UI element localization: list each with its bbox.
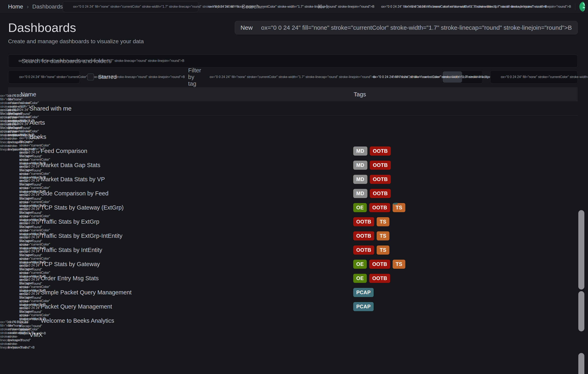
tag-PCAP[interactable]: PCAP [353, 288, 374, 297]
tag-OOTB[interactable]: OOTB [369, 274, 390, 283]
tag-OOTB[interactable]: OOTB [369, 203, 390, 212]
breadcrumb-current: Dashboards [32, 3, 63, 10]
tag-OE[interactable]: OE [353, 274, 367, 283]
row-label[interactable]: Traffic Stats by ExtGrp-IntEntity [41, 232, 123, 239]
sort-select[interactable]: ox="0 0 24 24" fill="none" stroke="curre… [490, 70, 578, 84]
scrollbar-thumb[interactable] [578, 210, 584, 289]
tag-TS[interactable]: TS [377, 217, 389, 226]
dashboard-row[interactable]: ox="0 0 24 24" fill="none" stroke="curre… [8, 200, 578, 215]
scrollbar-thumb[interactable] [578, 353, 584, 374]
dashboard-row[interactable]: ox="0 0 24 24" fill="none" stroke="curre… [8, 243, 578, 257]
row-tags: OEOOTBTS [353, 260, 408, 269]
dashboard-row[interactable]: ox="0 0 24 24" fill="none" stroke="curre… [8, 158, 578, 172]
folder-row[interactable]: ox="0 0 24 24" fill="none" stroke="curre… [8, 101, 578, 116]
dashboard-row[interactable]: ox="0 0 24 24" fill="none" stroke="curre… [8, 229, 578, 243]
row-label[interactable]: TCP Stats by Gateway (ExtGrp) [41, 204, 124, 211]
dashboards-page: Dashboards New ox="0 0 24 24" fill="none… [0, 20, 588, 342]
row-tags: MDOOTB [353, 175, 393, 184]
row-label[interactable]: Packet Query Management [41, 303, 112, 310]
dashboard-row[interactable]: ox="0 0 24 24" fill="none" stroke="curre… [8, 215, 578, 229]
row-tags: MDOOTB [353, 189, 393, 198]
tag-OE[interactable]: OE [353, 260, 367, 269]
tag-OOTB[interactable]: OOTB [353, 231, 374, 241]
new-button-label: New [241, 24, 253, 31]
topbar-actions: ox="0 0 24 24" fill="none" stroke="curre… [63, 1, 585, 12]
starred-checkbox[interactable] [87, 74, 94, 80]
dashboard-row[interactable]: ox="0 0 24 24" fill="none" stroke="curre… [8, 172, 578, 186]
row-tags: OEOOTBTS [353, 203, 408, 212]
topbar-divider [394, 3, 394, 10]
row-label[interactable]: Welcome to Beeks Analytics [41, 318, 114, 324]
top-navigation-bar: Home › Dashboards ox="0 0 24 24" fill="n… [0, 0, 588, 13]
page-title: Dashboards [8, 20, 76, 35]
user-avatar[interactable] [579, 1, 585, 12]
dashboard-row[interactable]: ox="0 0 24 24" fill="none" stroke="curre… [8, 285, 578, 299]
tag-MD[interactable]: MD [353, 161, 367, 170]
row-tags: MDOOTB [353, 146, 393, 155]
column-header-tags: Tags [354, 91, 366, 98]
tag-OE[interactable]: OE [353, 203, 367, 212]
list-view-button[interactable]: ox="0 0 24 24" fill="none" stroke="curre… [462, 71, 482, 83]
row-tags: OOTBTS [353, 245, 392, 254]
tag-PCAP[interactable]: PCAP [353, 302, 374, 311]
dashboard-row[interactable]: ox="0 0 24 24" fill="none" stroke="curre… [8, 299, 578, 314]
folder-icon: ox="0 0 24 24" fill="none" stroke="curre… [20, 320, 26, 349]
scrollbar-thumb[interactable] [578, 291, 584, 331]
row-tags: OOTBTS [353, 217, 392, 226]
row-tags: MDOOTB [353, 161, 393, 170]
new-button[interactable]: New ox="0 0 24 24" fill="none" stroke="c… [235, 21, 578, 34]
folder-row[interactable]: ox="0 0 24 24" fill="none" stroke="curre… [8, 130, 578, 144]
tag-OOTB[interactable]: OOTB [369, 260, 390, 269]
table-body: ox="0 0 24 24" fill="none" stroke="curre… [8, 101, 578, 342]
tag-TS[interactable]: TS [377, 245, 389, 254]
breadcrumb: Home › Dashboards [8, 3, 63, 10]
sort-icon: ox="0 0 24 24" fill="none" stroke="curre… [495, 74, 588, 80]
row-label[interactable]: Market Data Stats by VP [41, 176, 105, 183]
row-label[interactable]: Side Comparison by Feed [41, 190, 108, 197]
dashboards-table: Name Tags ox="0 0 24 24" fill="none" str… [8, 87, 578, 342]
help-icon[interactable]: ox="0 0 24 24" fill="none" stroke="curre… [399, 3, 571, 10]
tag-OOTB[interactable]: OOTB [370, 175, 391, 184]
tag-OOTB[interactable]: OOTB [353, 217, 374, 226]
folder-row[interactable]: ox="0 0 24 24" fill="none" stroke="curre… [8, 116, 578, 130]
tag-MD[interactable]: MD [353, 146, 367, 155]
dashboard-row[interactable]: ox="0 0 24 24" fill="none" stroke="curre… [8, 271, 578, 285]
tag-OOTB[interactable]: OOTB [370, 161, 391, 170]
filter-by-tag-select[interactable]: ox="0 0 24 24" fill="none" stroke="curre… [8, 70, 80, 84]
row-tags: OOTBTS [353, 231, 392, 241]
view-mode-toggle: ox="0 0 24 24" fill="none" stroke="curre… [442, 70, 483, 84]
row-label[interactable]: VMX [30, 331, 42, 338]
plus-icon: ox="0 0 24 24" fill="none" stroke="curre… [202, 3, 374, 10]
tag-OOTB[interactable]: OOTB [353, 245, 374, 254]
row-tags: PCAP [353, 302, 376, 311]
tag-MD[interactable]: MD [353, 189, 367, 198]
dashboard-row[interactable]: ox="0 0 24 24" fill="none" stroke="curre… [8, 186, 578, 200]
tag-TS[interactable]: TS [393, 260, 405, 269]
chevron-down-icon: ox="0 0 24 24" fill="none" stroke="curre… [204, 74, 376, 80]
breadcrumb-separator: › [27, 3, 29, 10]
global-search-box[interactable]: ox="0 0 24 24" fill="none" stroke="curre… [63, 1, 198, 12]
filter-by-tag-label: Filter by tag [188, 67, 201, 87]
row-tags: OEOOTB [353, 274, 393, 283]
starred-label: Starred [98, 74, 117, 80]
dashboard-row[interactable]: ox="0 0 24 24" fill="none" stroke="curre… [8, 257, 578, 271]
page-subtitle: Create and manage dashboards to visualiz… [8, 38, 578, 45]
search-icon: ox="0 0 24 24" fill="none" stroke="curre… [12, 58, 184, 64]
dashboard-row[interactable]: ox="0 0 24 24" fill="none" stroke="curre… [8, 144, 578, 158]
starred-filter[interactable]: Starred [87, 74, 117, 80]
new-quick-add-button[interactable]: ox="0 0 24 24" fill="none" stroke="curre… [202, 3, 390, 10]
dashboard-row[interactable]: ox="0 0 24 24" fill="none" stroke="curre… [8, 314, 578, 328]
row-tags: PCAP [353, 288, 376, 297]
topbar-divider [575, 3, 575, 10]
tag-TS[interactable]: TS [377, 231, 389, 241]
tag-OOTB[interactable]: OOTB [370, 146, 391, 155]
tag-OOTB[interactable]: OOTB [370, 189, 391, 198]
folder-row[interactable]: ox="0 0 24 24" fill="none" stroke="curre… [8, 328, 578, 342]
chevron-down-icon: ox="0 0 24 24" fill="none" stroke="curre… [256, 24, 572, 31]
breadcrumb-home-link[interactable]: Home [8, 3, 23, 10]
row-label[interactable]: Simple Packet Query Management [41, 289, 132, 296]
tag-MD[interactable]: MD [353, 175, 367, 184]
table-header: Name Tags [8, 87, 578, 101]
